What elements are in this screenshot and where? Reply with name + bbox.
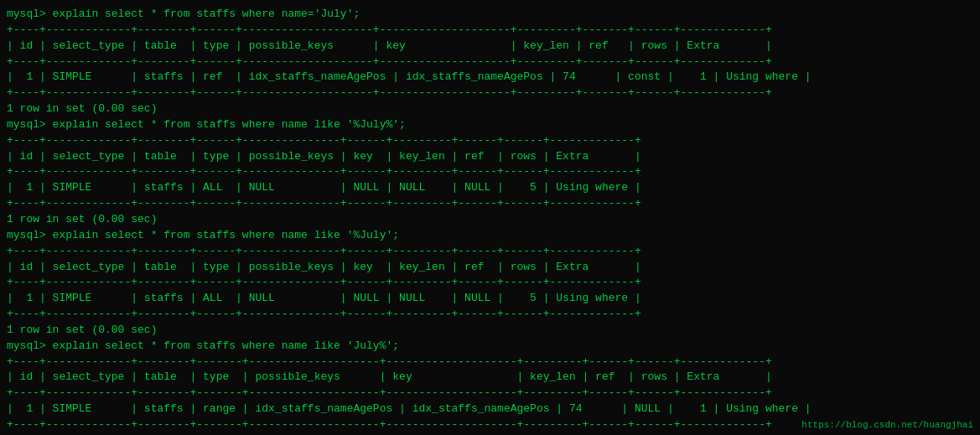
terminal-line: | 1 | SIMPLE | staffs | ref | idx_staffs… [7,70,973,85]
terminal-line: | 1 | SIMPLE | staffs | range | idx_staf… [7,401,973,417]
terminal-line: +----+-------------+--------+------+----… [7,307,973,323]
terminal-line: +----+-------------+--------+------+----… [7,54,973,70]
terminal-line: | id | select_type | table | type | poss… [7,149,973,165]
terminal-line: mysql> explain select * from staffs wher… [7,7,973,23]
terminal-line: +----+-------------+--------+------+----… [7,23,973,39]
terminal-line: | 1 | SIMPLE | staffs | ALL | NULL | NUL… [7,180,973,196]
terminal-line: mysql> explain select * from staffs wher… [7,117,973,133]
terminal-line: mysql> explain select * from staffs wher… [7,339,973,355]
terminal-line: +----+-------------+--------+------+----… [7,275,973,291]
terminal-line: +----+-------------+--------+------+----… [7,196,973,212]
terminal-window: mysql> explain select * from staffs wher… [7,7,973,435]
terminal-content: mysql> explain select * from staffs wher… [7,7,973,435]
terminal-line: | id | select_type | table | type | poss… [7,260,973,276]
terminal-line: +----+-------------+--------+------+----… [7,244,973,260]
terminal-line: mysql> explain select * from staffs wher… [7,228,973,244]
terminal-line: | id | select_type | table | type | poss… [7,39,973,54]
terminal-line: | 1 | SIMPLE | staffs | ALL | NULL | NUL… [7,291,973,307]
terminal-line: 1 row in set (0.00 sec) [7,101,973,117]
terminal-line: +----+-------------+--------+------+----… [7,133,973,149]
watermark-text: https://blog.csdn.net/huangjhai [801,420,973,430]
terminal-line: | id | select_type | table | type | poss… [7,370,973,386]
terminal-line: +----+-------------+--------+-------+---… [7,355,973,370]
terminal-line: +----+-------------+--------+------+----… [7,164,973,180]
terminal-line: 1 row in set (0.00 sec) [7,323,973,339]
terminal-line: 1 row in set (0.00 sec) [7,212,973,228]
terminal-line: +----+-------------+--------+-------+---… [7,386,973,401]
terminal-line: +----+-------------+--------+------+----… [7,85,973,101]
